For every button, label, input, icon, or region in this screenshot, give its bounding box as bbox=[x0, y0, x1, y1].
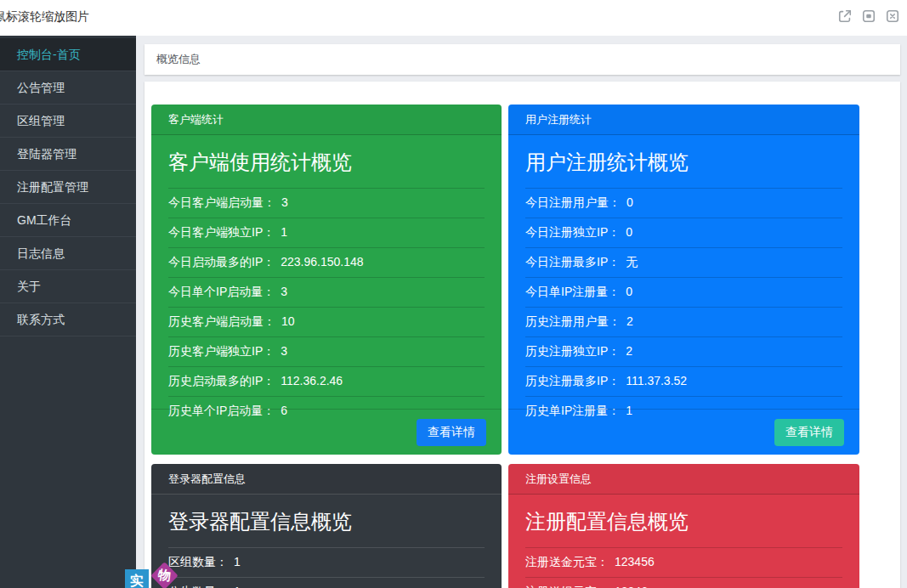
sidebar-nav: 控制台-首页 公告管理 区组管理 登陆器管理 注册配置管理 GM工作台 日志信息… bbox=[0, 36, 136, 588]
floating-badge-wu-label: 物 bbox=[157, 567, 172, 585]
stat-rows: 今日注册用户量：0今日注册独立IP：0今日注册最多IP：无今日单IP注册量：0历… bbox=[525, 189, 842, 426]
stat-label: 今日注册最多IP： bbox=[525, 255, 620, 269]
stat-row: 历史注册独立IP：2 bbox=[525, 337, 842, 367]
card-header: 用户注册统计 bbox=[508, 105, 859, 135]
stat-label: 今日启动最多的IP： bbox=[168, 255, 275, 269]
sidebar-item-zone-mgmt[interactable]: 区组管理 bbox=[0, 105, 136, 138]
stat-value: 12346 bbox=[615, 585, 648, 588]
stat-value: 223.96.150.148 bbox=[281, 255, 363, 269]
view-details-button[interactable]: 查看详情 bbox=[417, 419, 486, 446]
stat-row: 今日启动最多的IP：223.96.150.148 bbox=[168, 248, 485, 278]
register-settings-card: 注册设置信息 注册配置信息概览 注册送金元宝：123456注册送银元宝：1234… bbox=[508, 464, 859, 588]
card-body: 注册配置信息概览 注册送金元宝：123456注册送银元宝：12346 bbox=[508, 495, 859, 588]
stat-value: 0 bbox=[626, 225, 632, 239]
stat-row: 公告数量：1 bbox=[168, 578, 485, 588]
sidebar-item-announcement-mgmt[interactable]: 公告管理 bbox=[0, 71, 136, 105]
stat-value: 0 bbox=[626, 195, 633, 209]
stat-label: 注册送银元宝： bbox=[525, 585, 609, 588]
stat-label: 今日注册用户量： bbox=[525, 195, 621, 209]
viewer-hint-text: 鼠标滚轮缩放图片 bbox=[0, 9, 89, 25]
stat-label: 今日单IP注册量： bbox=[525, 285, 620, 298]
card-body: 用户注册统计概览 今日注册用户量：0今日注册独立IP：0今日注册最多IP：无今日… bbox=[508, 135, 859, 426]
stat-value: 10 bbox=[281, 314, 295, 328]
topbar: 鼠标滚轮缩放图片 bbox=[0, 0, 907, 36]
stat-label: 注册送金元宝： bbox=[525, 555, 609, 568]
sidebar-item-register-config-mgmt[interactable]: 注册配置管理 bbox=[0, 171, 136, 204]
stat-row: 区组数量：1 bbox=[168, 548, 485, 578]
stat-row: 今日单IP注册量：0 bbox=[525, 278, 842, 308]
stat-value: 111.37.3.52 bbox=[626, 374, 687, 387]
restore-window-icon bbox=[860, 8, 877, 25]
stat-value: 3 bbox=[281, 285, 287, 298]
stat-label: 公告数量： bbox=[168, 585, 228, 588]
stat-label: 今日客户端独立IP： bbox=[168, 225, 275, 239]
card-header: 注册设置信息 bbox=[508, 464, 859, 495]
stat-row: 今日注册用户量：0 bbox=[525, 189, 842, 218]
card-title: 登录器配置信息概览 bbox=[168, 508, 485, 548]
stat-label: 历史注册独立IP： bbox=[525, 344, 620, 358]
view-details-button[interactable]: 查看详情 bbox=[774, 419, 844, 446]
stat-label: 今日单个IP启动量： bbox=[168, 285, 275, 298]
stat-value: 0 bbox=[626, 285, 632, 298]
sidebar-item-about[interactable]: 关于 bbox=[0, 270, 136, 303]
image-viewer: 鼠标滚轮缩放图片 bbox=[0, 0, 907, 588]
stat-row: 注册送金元宝：123456 bbox=[525, 548, 842, 578]
user-register-stats-card: 用户注册统计 用户注册统计概览 今日注册用户量：0今日注册独立IP：0今日注册最… bbox=[508, 105, 859, 455]
sidebar-item-console-home[interactable]: 控制台-首页 bbox=[0, 38, 136, 71]
overview-title: 概览信息 bbox=[156, 53, 201, 65]
stat-rows: 今日客户端启动量：3今日客户端独立IP：1今日启动最多的IP：223.96.15… bbox=[168, 189, 485, 426]
stat-row: 历史注册用户量：2 bbox=[525, 308, 842, 337]
card-footer: 查看详情 bbox=[151, 409, 502, 455]
stat-value: 3 bbox=[281, 344, 287, 358]
restore-window-button[interactable] bbox=[860, 8, 877, 25]
sidebar-item-gm-workbench[interactable]: GM工作台 bbox=[0, 204, 136, 237]
card-title: 注册配置信息概览 bbox=[525, 508, 842, 548]
card-body: 客户端使用统计概览 今日客户端启动量：3今日客户端独立IP：1今日启动最多的IP… bbox=[151, 135, 502, 426]
card-title: 客户端使用统计概览 bbox=[168, 149, 485, 189]
window-controls bbox=[836, 8, 901, 25]
stat-row: 历史注册最多IP：111.37.3.52 bbox=[525, 367, 842, 397]
stat-value: 2 bbox=[626, 314, 633, 328]
stat-row: 今日客户端独立IP：1 bbox=[168, 218, 485, 248]
stat-row: 今日注册独立IP：0 bbox=[525, 218, 842, 248]
stat-value: 1 bbox=[234, 555, 241, 568]
card-body: 登录器配置信息概览 区组数量：1公告数量：1 bbox=[151, 495, 502, 588]
close-window-button[interactable] bbox=[884, 8, 901, 25]
stat-label: 历史注册最多IP： bbox=[525, 374, 620, 387]
stat-label: 历史注册用户量： bbox=[525, 314, 621, 328]
card-header: 登录器配置信息 bbox=[151, 464, 502, 495]
stat-label: 历史客户端启动量： bbox=[168, 314, 275, 328]
stat-row: 注册送银元宝：12346 bbox=[525, 578, 842, 588]
stat-label: 历史客户端独立IP： bbox=[168, 344, 275, 358]
main-content: 概览信息 客户端统计 客户端使用统计概览 今日客户端启动量：3今日客户端独立IP… bbox=[136, 36, 907, 588]
overview-header: 概览信息 bbox=[145, 44, 900, 75]
stat-label: 历史启动最多的IP： bbox=[168, 374, 275, 387]
floating-badge-shi[interactable]: 实 bbox=[125, 569, 149, 588]
stat-row: 今日客户端启动量：3 bbox=[168, 189, 485, 218]
launcher-config-card: 登录器配置信息 登录器配置信息概览 区组数量：1公告数量：1 bbox=[151, 464, 502, 588]
stat-rows: 区组数量：1公告数量：1 bbox=[168, 548, 485, 588]
card-footer: 查看详情 bbox=[508, 409, 859, 455]
open-in-new-window-button[interactable] bbox=[836, 8, 853, 25]
sidebar-item-contact[interactable]: 联系方式 bbox=[0, 303, 136, 336]
stat-row: 今日单个IP启动量：3 bbox=[168, 278, 485, 308]
sidebar-item-log-info[interactable]: 日志信息 bbox=[0, 237, 136, 270]
stat-row: 历史启动最多的IP：112.36.2.46 bbox=[168, 367, 485, 397]
external-link-icon bbox=[836, 8, 853, 25]
stat-value: 无 bbox=[626, 255, 638, 269]
stat-label: 今日注册独立IP： bbox=[525, 225, 620, 239]
stat-value: 1 bbox=[281, 225, 287, 239]
stat-row: 今日注册最多IP：无 bbox=[525, 248, 842, 278]
stat-label: 今日客户端启动量： bbox=[168, 195, 275, 209]
card-header: 客户端统计 bbox=[151, 105, 502, 135]
stat-value: 112.36.2.46 bbox=[281, 374, 343, 387]
stat-value: 2 bbox=[626, 344, 632, 358]
client-stats-card: 客户端统计 客户端使用统计概览 今日客户端启动量：3今日客户端独立IP：1今日启… bbox=[151, 105, 502, 455]
card-title: 用户注册统计概览 bbox=[525, 149, 842, 189]
stat-label: 区组数量： bbox=[168, 555, 228, 568]
stat-value: 123456 bbox=[615, 555, 655, 568]
dashboard-panel: 客户端统计 客户端使用统计概览 今日客户端启动量：3今日客户端独立IP：1今日启… bbox=[145, 82, 900, 588]
stat-row: 历史客户端启动量：10 bbox=[168, 308, 485, 337]
close-icon bbox=[884, 8, 901, 25]
sidebar-item-launcher-mgmt[interactable]: 登陆器管理 bbox=[0, 138, 136, 171]
